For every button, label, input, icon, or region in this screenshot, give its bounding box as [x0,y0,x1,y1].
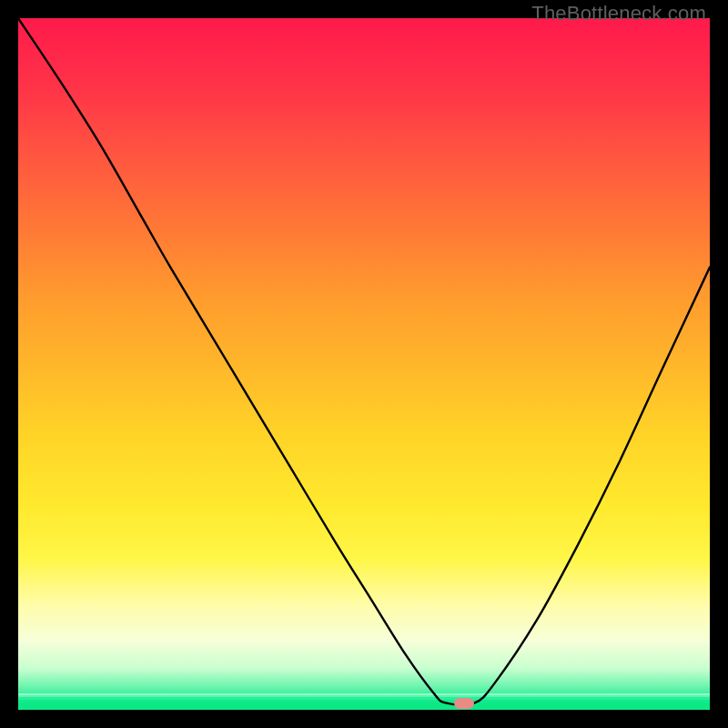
bottleneck-curve [18,18,710,710]
watermark-text: TheBottleneck.com [531,2,706,25]
plot-area [18,18,710,710]
curve-minimum-marker [454,698,474,709]
